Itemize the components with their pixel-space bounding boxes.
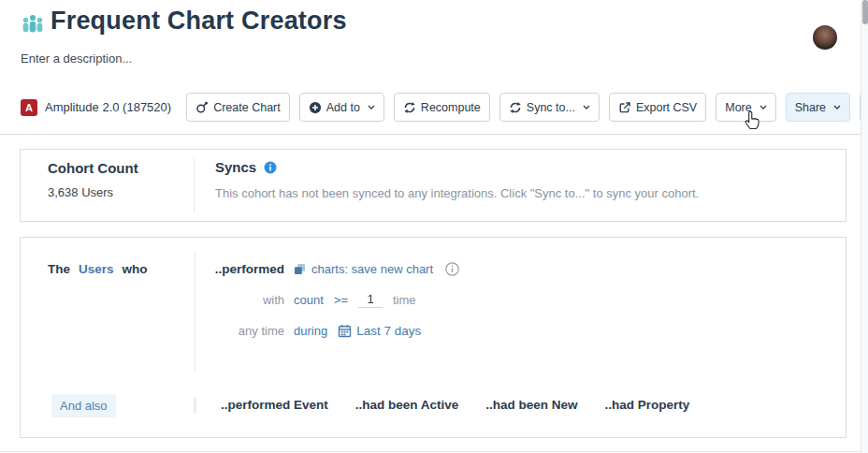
and-also-button[interactable]: And also (51, 394, 116, 417)
sync-to-button[interactable]: Sync to... (499, 93, 600, 122)
performed-label: ..performed (198, 262, 284, 276)
chevron-down-icon (760, 105, 767, 110)
more-button[interactable]: More (716, 93, 775, 122)
plus-circle-icon (309, 101, 322, 114)
count-value-input[interactable]: 1 (358, 292, 383, 308)
vertical-divider (194, 158, 195, 212)
recompute-label: Recompute (421, 101, 481, 114)
option-had-been-active[interactable]: ..had been Active (355, 398, 459, 412)
pulse-chart-icon (195, 101, 209, 114)
recompute-button[interactable]: Recompute (394, 93, 490, 122)
option-had-property[interactable]: ..had Property (605, 398, 690, 412)
info-outline-icon[interactable] (445, 262, 459, 276)
vertical-divider (195, 251, 195, 371)
chevron-down-icon (368, 105, 375, 110)
toolbar-divider (0, 134, 861, 135)
user-avatar[interactable] (813, 25, 837, 50)
cohort-count-label: Cohort Count (48, 160, 138, 176)
description-field[interactable]: Enter a description... (21, 51, 132, 66)
vertical-scrollbar (861, 0, 868, 453)
org-badge: A (21, 99, 37, 116)
cohort-count-value: 3,638 Users (48, 185, 113, 199)
calendar-icon (338, 324, 352, 338)
add-to-button[interactable]: Add to (299, 93, 384, 122)
clause-add-options: ..performed Event ..had been Active ..ha… (221, 398, 689, 412)
who-label: who (123, 262, 148, 276)
page-bottom-divider (0, 451, 861, 452)
export-csv-label: Export CSV (636, 101, 697, 114)
info-filled-icon[interactable] (264, 161, 277, 174)
more-label: More (725, 101, 751, 114)
page-title[interactable]: Frequent Chart Creators (51, 7, 347, 36)
event-name: charts: save new chart (311, 262, 433, 276)
create-chart-label: Create Chart (213, 101, 281, 114)
the-label: The (48, 262, 70, 276)
chevron-down-icon (833, 105, 841, 110)
chevron-down-icon (583, 105, 590, 110)
date-range-value: Last 7 days (356, 324, 421, 338)
count-dropdown[interactable]: count (294, 293, 324, 307)
cohort-page: Frequent Chart Creators Enter a descript… (0, 0, 868, 453)
cohort-definition-card: The Users who ..performed charts: save n… (20, 237, 846, 438)
export-icon (618, 101, 631, 114)
add-to-label: Add to (326, 101, 360, 114)
event-selector[interactable]: charts: save new chart (294, 262, 433, 276)
clause-block: ..performed charts: save new chart (198, 254, 459, 346)
syncs-label: Syncs (215, 159, 256, 175)
refresh-icon (403, 101, 416, 114)
charts-icon (294, 263, 306, 275)
share-label: Share (795, 101, 826, 114)
with-label: with (198, 293, 284, 307)
during-dropdown[interactable]: during (294, 324, 327, 338)
create-chart-button[interactable]: Create Chart (186, 93, 290, 122)
sync-icon (509, 101, 522, 114)
share-button[interactable]: Share (786, 93, 850, 122)
time-label: time (393, 293, 416, 307)
sync-to-label: Sync to... (527, 101, 575, 114)
summary-card: Cohort Count 3,638 Users Syncs This coho… (20, 149, 846, 222)
scrollbar-thumb[interactable] (862, 0, 868, 24)
option-had-been-new[interactable]: ..had been New (485, 398, 577, 412)
action-toolbar: A Amplitude 2.0 (187520) Create Chart Ad… (21, 93, 868, 122)
mini-divider (194, 398, 196, 413)
operator-dropdown[interactable]: >= (334, 293, 348, 307)
syncs-message: This cohort has not been synced to any i… (215, 186, 699, 200)
cohort-group-icon (21, 12, 45, 37)
users-dropdown[interactable]: Users (79, 262, 114, 276)
date-range-picker[interactable]: Last 7 days (338, 324, 421, 338)
project-name: Amplitude 2.0 (187520) (45, 100, 171, 114)
option-performed-event[interactable]: ..performed Event (221, 398, 328, 412)
anytime-label: any time (198, 324, 284, 338)
export-csv-button[interactable]: Export CSV (609, 93, 706, 122)
